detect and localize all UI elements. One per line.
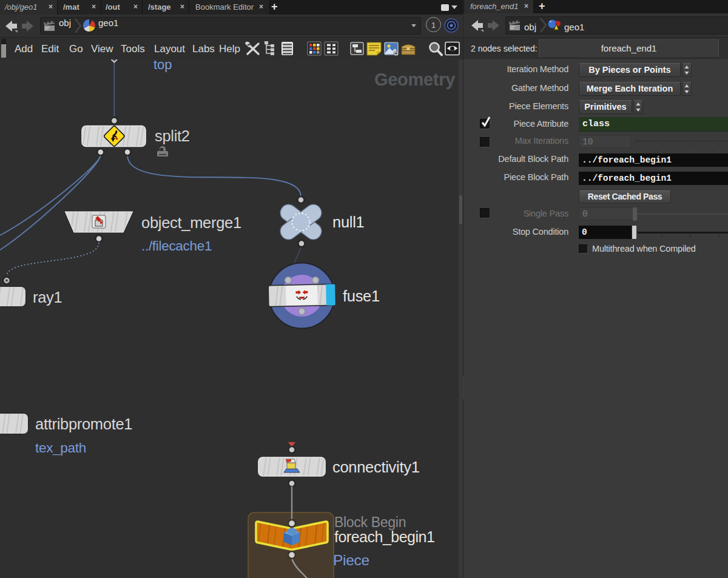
svg-text:object_merge1: object_merge1 (141, 214, 241, 231)
svg-text:../filecache1: ../filecache1 (141, 238, 212, 254)
svg-text:Geometry: Geometry (374, 70, 455, 89)
svg-text:attribpromote1: attribpromote1 (35, 415, 132, 432)
svg-text:tex_path: tex_path (35, 440, 86, 455)
svg-text:fuse1: fuse1 (343, 287, 380, 304)
svg-text:top: top (153, 59, 172, 72)
svg-text:split2: split2 (155, 127, 190, 144)
svg-text:connectivity1: connectivity1 (332, 459, 420, 476)
svg-text:null1: null1 (332, 213, 364, 230)
svg-text:ray1: ray1 (33, 289, 62, 306)
svg-text:Piece: Piece (333, 552, 369, 568)
svg-text:foreach_begin1: foreach_begin1 (334, 528, 434, 545)
